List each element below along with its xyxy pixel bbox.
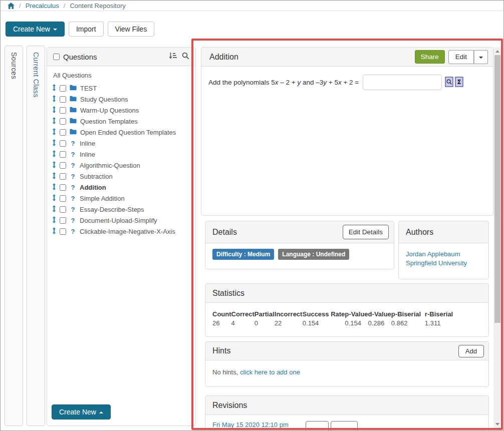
tree-item-checkbox[interactable] xyxy=(60,129,66,136)
tree-item[interactable]: Open Ended Question Templates xyxy=(52,127,190,138)
svg-text:Σ: Σ xyxy=(457,79,461,86)
statistic-label: d-Value xyxy=(368,310,391,318)
tree-item-label[interactable]: Inline xyxy=(80,151,95,158)
create-new-button[interactable]: Create New xyxy=(6,22,65,37)
move-vertical-icon[interactable] xyxy=(52,183,56,192)
tree-item[interactable]: ? Addition xyxy=(52,182,190,193)
tree-item[interactable]: ? Essay-Describe-Steps xyxy=(52,204,190,215)
tree-item-checkbox[interactable] xyxy=(60,206,66,213)
tree-item[interactable]: ? Subtraction xyxy=(52,171,190,182)
tree-item-checkbox[interactable] xyxy=(60,96,66,103)
move-vertical-icon[interactable] xyxy=(52,128,56,137)
tree-item-checkbox[interactable] xyxy=(60,173,66,180)
tree-item-label[interactable]: Study Questions xyxy=(80,96,128,103)
statistic-value: 0.154 xyxy=(303,319,345,327)
search-icon[interactable] xyxy=(182,52,189,62)
authors-header: Authors xyxy=(399,221,488,243)
tree-item-checkbox[interactable] xyxy=(60,85,66,92)
statistic-value: 0 xyxy=(255,319,275,327)
add-hint-button[interactable]: Add xyxy=(458,345,484,357)
details-panel: Details Edit Details Difficulty : Medium… xyxy=(205,221,394,269)
edit-details-button[interactable]: Edit Details xyxy=(343,225,389,239)
move-vertical-icon[interactable] xyxy=(52,84,56,93)
statistics-header: Statistics xyxy=(205,284,488,303)
tree-item-checkbox[interactable] xyxy=(60,228,66,235)
scroll-down-icon[interactable] xyxy=(495,423,499,425)
author-link[interactable]: Jordan Applebaum xyxy=(406,250,481,259)
move-vertical-icon[interactable] xyxy=(52,194,56,203)
answer-input[interactable] xyxy=(363,75,442,90)
edit-button[interactable]: Edit xyxy=(448,50,474,64)
tree-item-label[interactable]: Simple Addition xyxy=(80,195,125,202)
tree-item-label[interactable]: Addition xyxy=(80,184,106,191)
move-vertical-icon[interactable] xyxy=(52,117,56,126)
tree-item[interactable]: ? Inline xyxy=(52,149,190,160)
authors-panel: Authors Jordan ApplebaumSpringfield Univ… xyxy=(398,221,489,279)
tree-item[interactable]: Question Templates xyxy=(52,116,190,127)
tree-item-checkbox[interactable] xyxy=(60,151,66,158)
tree-item[interactable]: Warm-Up Questions xyxy=(52,105,190,116)
tree-item-checkbox[interactable] xyxy=(60,118,66,125)
revision-timestamp-link[interactable]: Fri May 15 2020 12:10 pm xyxy=(212,421,301,428)
move-vertical-icon[interactable] xyxy=(52,227,56,236)
breadcrumb: / Precalculus / Content Repository xyxy=(1,1,503,11)
statistic-column: Incorrect 22 xyxy=(275,310,303,327)
tab-current-class[interactable]: Current Class xyxy=(27,46,45,426)
home-icon[interactable] xyxy=(8,3,15,9)
revision-action-button[interactable] xyxy=(306,421,329,431)
tree-item[interactable]: ? Document-Upload-Simplify xyxy=(52,215,190,226)
tree-item-label[interactable]: Clickable-Image-Negative-X-Axis xyxy=(80,228,175,235)
equation-document-icon[interactable]: Σ xyxy=(455,77,463,89)
tree-item[interactable]: ? Inline xyxy=(52,138,190,149)
tree-item-label[interactable]: Essay-Describe-Steps xyxy=(80,206,144,213)
scrollbar-thumb[interactable] xyxy=(494,55,500,323)
tree-item-label[interactable]: Question Templates xyxy=(80,118,138,125)
tree-item-label[interactable]: Subtraction xyxy=(80,173,113,180)
tree-item-checkbox[interactable] xyxy=(60,184,66,191)
tree-item-label[interactable]: Inline xyxy=(80,140,95,147)
tree-item[interactable]: Study Questions xyxy=(52,94,190,105)
move-vertical-icon[interactable] xyxy=(52,106,56,115)
all-questions-link[interactable]: All Questions xyxy=(53,72,190,79)
author-link[interactable]: Springfield University xyxy=(406,259,481,268)
add-hint-link[interactable]: click here to add one xyxy=(240,368,300,376)
revision-action-button[interactable] xyxy=(331,421,358,431)
tree-item-label[interactable]: TEST xyxy=(80,85,97,92)
vertical-scrollbar[interactable] xyxy=(493,47,501,428)
scroll-up-icon[interactable] xyxy=(495,50,499,53)
preview-document-icon[interactable] xyxy=(445,77,453,89)
select-all-questions-checkbox[interactable] xyxy=(53,54,60,60)
import-button[interactable]: Import xyxy=(69,22,104,37)
view-files-button[interactable]: View Files xyxy=(108,22,155,37)
tree-item[interactable]: ? Clickable-Image-Negative-X-Axis xyxy=(52,226,190,237)
stem-text: – 2 + xyxy=(279,79,298,86)
move-vertical-icon[interactable] xyxy=(52,150,56,159)
create-new-bottom-button[interactable]: Create New xyxy=(52,404,111,419)
move-vertical-icon[interactable] xyxy=(52,216,56,225)
tree-item-checkbox[interactable] xyxy=(60,140,66,147)
tree-item[interactable]: TEST xyxy=(52,83,190,94)
tree-item-checkbox[interactable] xyxy=(60,162,66,169)
tree-item-label[interactable]: Document-Upload-Simplify xyxy=(80,217,157,224)
tree-item-label[interactable]: Warm-Up Questions xyxy=(80,107,139,114)
tree-item[interactable]: ? Algorithmic-Question xyxy=(52,160,190,171)
move-vertical-icon[interactable] xyxy=(52,172,56,181)
tree-item-label[interactable]: Algorithmic-Question xyxy=(80,162,140,169)
move-vertical-icon[interactable] xyxy=(52,205,56,214)
sort-amount-icon[interactable] xyxy=(169,52,177,62)
tree-item-checkbox[interactable] xyxy=(60,107,66,114)
edit-dropdown-button[interactable] xyxy=(474,50,488,64)
tab-sources[interactable]: Sources xyxy=(5,46,23,426)
move-vertical-icon[interactable] xyxy=(52,161,56,170)
tree-item[interactable]: ? Simple Addition xyxy=(52,193,190,204)
move-vertical-icon[interactable] xyxy=(52,139,56,148)
share-button[interactable]: Share xyxy=(415,50,445,64)
tree-item-checkbox[interactable] xyxy=(60,195,66,202)
tree-item-label[interactable]: Open Ended Question Templates xyxy=(80,129,176,136)
breadcrumb-course-link[interactable]: Precalculus xyxy=(26,2,59,10)
question-mark-icon: ? xyxy=(70,217,76,224)
move-vertical-icon[interactable] xyxy=(52,95,56,104)
tree-item-checkbox[interactable] xyxy=(60,217,66,224)
statistic-value: 22 xyxy=(275,319,303,327)
hints-title: Hints xyxy=(212,346,230,355)
